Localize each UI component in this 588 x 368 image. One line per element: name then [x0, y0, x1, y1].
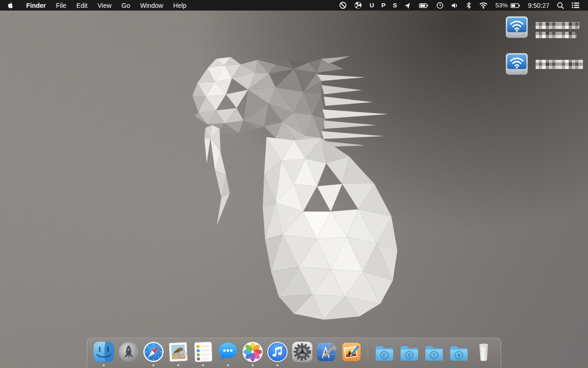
folder-icon: F: [373, 341, 396, 363]
menu-extra-fan[interactable]: [351, 0, 366, 11]
folder-glyph: T: [432, 352, 435, 358]
menu-extra-time-machine[interactable]: [432, 0, 447, 11]
running-indicator: [177, 364, 179, 366]
dock-item-photos[interactable]: [242, 341, 264, 366]
fan-icon: [354, 1, 362, 9]
menu-app-name[interactable]: Finder: [21, 0, 51, 11]
menu-edit[interactable]: Edit: [71, 0, 92, 11]
reminders-icon: [192, 341, 214, 363]
menu-extra-bluetooth[interactable]: [462, 0, 475, 11]
photos-icon: [242, 341, 264, 363]
dock-item-system-preferences[interactable]: [291, 341, 313, 366]
menu-extra-location[interactable]: [401, 0, 415, 11]
photo-editor-icon: [341, 341, 363, 363]
dock-separator: [368, 342, 368, 363]
running-indicator: [252, 364, 254, 366]
menu-clock[interactable]: 9:50:27: [524, 0, 553, 11]
folder-icon: S: [398, 341, 420, 363]
dock-item-launchpad[interactable]: [118, 341, 140, 366]
finder-icon: [93, 341, 115, 363]
wireless-network-drive-icon: [504, 15, 529, 40]
xcode-icon: [316, 341, 338, 363]
wireless-network-drive-icon: [504, 52, 529, 76]
downloads-folder-icon: [448, 341, 470, 363]
menu-help[interactable]: Help: [168, 0, 192, 11]
folder-glyph: F: [383, 352, 386, 358]
mail-icon: [167, 341, 189, 363]
menu-go[interactable]: Go: [117, 0, 136, 11]
running-indicator: [103, 364, 105, 366]
spotlight-menu[interactable]: [553, 0, 568, 11]
bluetooth-icon: [466, 1, 472, 9]
device-battery-icon: [419, 2, 429, 9]
location-arrow-icon: [404, 2, 412, 9]
menu-extra-u[interactable]: U: [366, 0, 378, 11]
apple-menu[interactable]: [0, 0, 21, 11]
dock-folder-t[interactable]: T: [423, 341, 445, 366]
dock: F S T: [87, 338, 501, 368]
wallpaper-rabbit-art: [0, 0, 588, 368]
wifi-icon: [479, 2, 488, 9]
dock-folder-downloads[interactable]: [448, 341, 470, 366]
time-machine-icon: [436, 1, 444, 9]
prohibitory-icon: [339, 1, 347, 9]
battery-icon: [510, 2, 520, 9]
volume-icon: [451, 2, 458, 9]
dock-item-trash[interactable]: [473, 341, 495, 366]
running-indicator: [153, 364, 154, 366]
messages-icon: [217, 341, 239, 363]
battery-percent-label: 53%: [495, 2, 509, 9]
dock-folder-f[interactable]: F: [373, 341, 396, 366]
dock-item-reminders[interactable]: [192, 341, 214, 366]
system-preferences-icon: [291, 341, 313, 363]
drive-label-redacted: [536, 32, 577, 38]
notification-center-menu[interactable]: [568, 0, 583, 11]
dock-item-finder[interactable]: [93, 341, 115, 366]
menu-file[interactable]: File: [51, 0, 72, 11]
running-indicator: [277, 364, 278, 366]
menu-window[interactable]: Window: [135, 0, 168, 11]
desktop-drive-2[interactable]: [504, 52, 583, 76]
drive-label-redacted: [536, 60, 583, 69]
launchpad-icon: [118, 341, 140, 363]
menu-extra-wifi[interactable]: [475, 0, 492, 11]
drive-label-redacted: [536, 22, 579, 29]
dock-item-itunes[interactable]: [266, 341, 288, 366]
spotlight-search-icon: [557, 2, 564, 9]
menu-extra-volume[interactable]: [447, 0, 462, 11]
running-indicator: [227, 364, 229, 366]
menu-extra-s[interactable]: S: [389, 0, 401, 11]
battery-status[interactable]: 53%: [492, 0, 524, 11]
menu-extra-prohibitory[interactable]: [335, 0, 351, 11]
trash-icon: [473, 341, 495, 363]
running-indicator: [202, 364, 204, 366]
folder-glyph: S: [407, 352, 411, 358]
menu-extra-p[interactable]: P: [378, 0, 389, 11]
dock-item-xcode[interactable]: [316, 341, 338, 366]
desktop-drive-1[interactable]: [504, 15, 579, 40]
dock-item-messages[interactable]: [217, 341, 239, 366]
folder-icon: T: [423, 341, 445, 363]
dock-item-photo-editor[interactable]: [341, 341, 363, 366]
menu-bar: Finder File Edit View Go Window Help: [0, 0, 588, 11]
dock-item-safari[interactable]: [142, 341, 164, 366]
dock-item-mail[interactable]: [167, 341, 189, 366]
menu-extra-device-battery[interactable]: [415, 0, 432, 11]
dock-folder-s[interactable]: S: [398, 341, 420, 366]
menu-view[interactable]: View: [92, 0, 116, 11]
apple-icon: [7, 1, 14, 9]
safari-icon: [142, 341, 164, 363]
notification-center-icon: [571, 2, 580, 9]
itunes-icon: [266, 341, 288, 363]
